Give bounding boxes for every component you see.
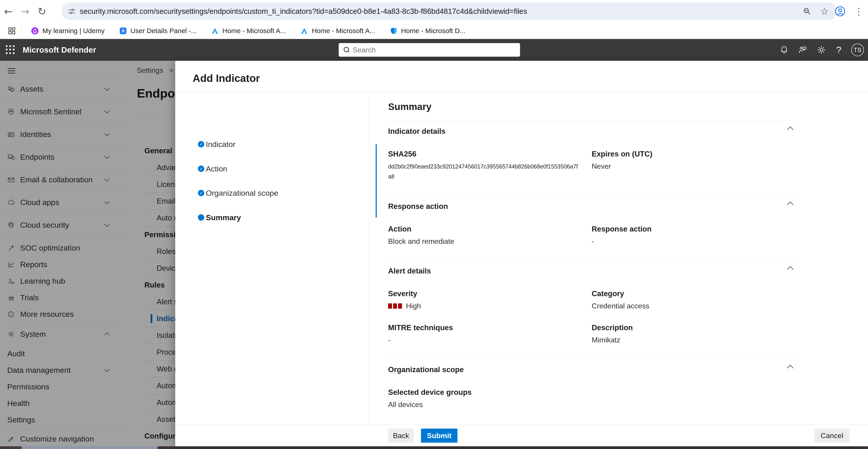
add-indicator-panel: Add Indicator ✓Indicator✓Action✓Organiza… <box>175 61 868 446</box>
severity-text: High <box>406 301 421 311</box>
section-title: Indicator details <box>388 127 796 136</box>
translate-icon: A <box>119 27 127 35</box>
svg-text:A: A <box>122 29 124 33</box>
field-value: dd2b0c2f90eaed233c9201247456017c39556574… <box>388 161 580 181</box>
apps-grid-icon[interactable] <box>8 27 16 35</box>
bookmark-item[interactable]: My learning | Udemy <box>31 27 105 35</box>
bookmark-item[interactable]: Home - Microsoft A... <box>300 27 375 35</box>
workspace: AssetsMicrosoft SentinelIdentitiesEndpoi… <box>0 61 868 446</box>
notifications-bell-icon[interactable] <box>779 45 789 55</box>
site-settings-icon[interactable] <box>67 7 76 16</box>
severity-high-icon <box>388 303 402 309</box>
browser-menu-icon[interactable]: ⋮ <box>852 6 866 17</box>
app-root: ← → ↻ security.microsoft.com/securityset… <box>0 0 868 449</box>
defender-icon <box>390 27 398 35</box>
help-icon[interactable]: ? <box>835 45 843 55</box>
browser-toolbar: ← → ↻ security.microsoft.com/securityset… <box>0 0 868 23</box>
section-fields: SHA256dd2b0c2f90eaed233c9201247456017c39… <box>388 150 796 181</box>
field-value: - <box>592 237 796 246</box>
settings-gear-icon[interactable] <box>816 45 826 55</box>
modal-dim-overlay <box>0 61 175 446</box>
url-text[interactable]: security.microsoft.com/securitysettings/… <box>80 7 803 16</box>
browser-profile-icon[interactable] <box>834 6 846 17</box>
field-label: Selected device groups <box>388 388 592 397</box>
step-label[interactable]: Organizational scope <box>206 188 278 198</box>
azure-icon <box>211 27 219 35</box>
panel-title: Add Indicator <box>193 72 260 84</box>
step-complete-dot[interactable]: ✓ <box>198 141 204 147</box>
summary-pane: Summary Indicator detailsSHA256dd2b0c2f9… <box>388 92 850 425</box>
field-value: Never <box>592 161 796 171</box>
summary-section-response-action: Response actionActionBlock and remediate… <box>388 196 796 260</box>
step-complete-dot[interactable]: ✓ <box>198 190 204 196</box>
field-label: Category <box>592 289 796 298</box>
bookmark-item[interactable]: Home - Microsoft D... <box>390 27 465 35</box>
bookmark-star-icon[interactable]: ☆ <box>820 6 829 17</box>
field-label: MITRE techniques <box>388 323 592 332</box>
cancel-button[interactable]: Cancel <box>814 428 850 443</box>
checkmark-icon: ✓ <box>199 167 203 171</box>
bookmark-item[interactable]: Home - Microsoft A... <box>211 27 286 35</box>
summary-field: Response action- <box>592 225 796 246</box>
summary-section-alert-details: Alert detailsSeverityHighCategoryCredent… <box>388 260 796 359</box>
summary-field: ActionBlock and remediate <box>388 225 592 246</box>
section-title: Response action <box>388 202 796 211</box>
summary-field: SHA256dd2b0c2f90eaed233c9201247456017c39… <box>388 150 592 181</box>
bookmarks-bar: My learning | UdemyAUser Details Panel -… <box>0 23 868 39</box>
feedback-icon[interactable] <box>798 45 808 55</box>
section-title: Organizational scope <box>388 365 796 374</box>
summary-field: DescriptionMimikatz <box>592 323 796 345</box>
bookmark-label: Home - Microsoft A... <box>222 27 286 35</box>
steps-connector <box>376 144 377 217</box>
summary-field: CategoryCredential access <box>592 289 796 311</box>
field-label: SHA256 <box>388 150 592 158</box>
field-value: Mimikatz <box>592 335 796 345</box>
bookmark-label: User Details Panel -... <box>131 27 197 35</box>
step-label[interactable]: Action <box>206 164 227 173</box>
summary-field: SeverityHigh <box>388 289 592 311</box>
field-value: - <box>388 335 592 345</box>
summary-field: Expires on (UTC)Never <box>592 150 796 181</box>
scrollbar-track <box>0 446 22 449</box>
global-search-input[interactable]: Search <box>339 43 520 57</box>
wizard-steps: ✓Indicator✓Action✓Organizational scopeSu… <box>175 92 369 425</box>
field-value: Block and remediate <box>388 237 592 246</box>
field-label: Description <box>592 323 796 332</box>
field-value: High <box>388 301 592 311</box>
scrollbar-thumb[interactable] <box>22 446 158 449</box>
browser-reload-icon[interactable]: ↻ <box>34 5 50 18</box>
user-avatar[interactable]: TS <box>851 43 864 56</box>
search-placeholder: Search <box>353 46 376 54</box>
step-label[interactable]: Indicator <box>206 140 235 149</box>
horizontal-scrollbar <box>0 446 868 449</box>
back-button[interactable]: Back <box>388 428 414 443</box>
field-value: Credential access <box>592 301 796 311</box>
summary-field: Selected device groupsAll devices <box>388 388 592 409</box>
checkmark-icon: ✓ <box>199 191 203 195</box>
browser-forward-icon[interactable]: → <box>17 5 34 18</box>
zoom-out-icon[interactable] <box>803 7 811 16</box>
app-launcher-icon[interactable] <box>6 46 15 54</box>
field-label: Severity <box>388 289 592 298</box>
udemy-icon <box>31 27 39 35</box>
summary-field: MITRE techniques- <box>388 323 592 345</box>
checkmark-icon: ✓ <box>199 142 203 147</box>
section-title: Alert details <box>388 267 796 275</box>
browser-back-icon[interactable]: ← <box>0 5 17 18</box>
summary-section-organizational-scope: Organizational scopeSelected device grou… <box>388 359 796 423</box>
step-complete-dot[interactable]: ✓ <box>198 166 204 172</box>
submit-button[interactable]: Submit <box>421 428 458 443</box>
step-current-dot[interactable] <box>198 214 204 221</box>
address-bar[interactable]: security.microsoft.com/securitysettings/… <box>62 2 837 20</box>
field-value: All devices <box>388 400 592 409</box>
defender-header: Microsoft Defender Search <box>0 39 868 61</box>
step-label[interactable]: Summary <box>206 213 241 222</box>
summary-section-indicator-details: Indicator detailsSHA256dd2b0c2f90eaed233… <box>388 121 796 196</box>
field-label: Action <box>388 225 592 233</box>
azure-icon <box>300 27 308 35</box>
search-icon <box>344 47 349 53</box>
summary-heading: Summary <box>388 101 850 112</box>
bookmark-item[interactable]: AUser Details Panel -... <box>119 27 197 35</box>
bookmarks-list: My learning | UdemyAUser Details Panel -… <box>31 27 480 35</box>
field-label: Expires on (UTC) <box>592 150 796 158</box>
